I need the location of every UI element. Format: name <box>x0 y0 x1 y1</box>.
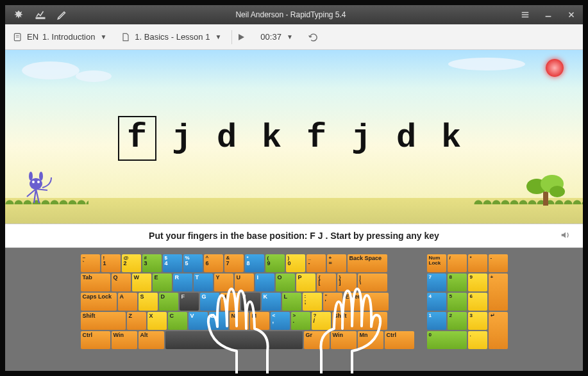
play-icon <box>236 32 246 42</box>
numpad-key-7[interactable]: 7 <box>427 274 446 291</box>
lesson-selector[interactable]: 1. Basics - Lesson 1 ▼ <box>117 30 225 44</box>
stats-icon[interactable] <box>35 9 46 20</box>
key-[interactable]: _- <box>307 254 326 272</box>
key-8[interactable]: *8 <box>245 254 264 272</box>
numpad-key-[interactable]: ↵ <box>489 312 508 349</box>
numpad-key-8[interactable]: 8 <box>448 274 467 291</box>
key-[interactable]: }] <box>337 274 357 291</box>
key-z[interactable]: Z <box>127 312 146 330</box>
key-7[interactable]: &7 <box>224 254 244 272</box>
key-shift[interactable]: Shift <box>332 312 387 330</box>
timer-selector[interactable]: 00:37 ▼ <box>256 30 296 44</box>
menu-button[interactable] <box>514 5 537 24</box>
key-4[interactable]: $4 <box>163 254 182 272</box>
key-alt[interactable]: Alt <box>139 331 164 349</box>
key-gr[interactable]: Gr <box>304 331 330 349</box>
sound-button[interactable] <box>560 229 571 243</box>
numpad-key-6[interactable]: 6 <box>468 293 487 311</box>
close-button[interactable] <box>560 5 583 24</box>
typing-char: d <box>387 116 426 161</box>
numpad-key-[interactable]: / <box>448 254 467 272</box>
numpad-key-[interactable]: * <box>468 254 487 272</box>
key-win[interactable]: Win <box>331 331 357 349</box>
key-enter[interactable]: Enter <box>344 293 389 311</box>
key-[interactable]: :; <box>303 293 322 311</box>
typing-area[interactable]: fjdkfjdk <box>5 50 583 224</box>
key-win[interactable]: Win <box>112 331 137 349</box>
key-3[interactable]: #3 <box>142 254 162 272</box>
key-c[interactable]: C <box>168 312 187 330</box>
key-d[interactable]: D <box>159 293 178 311</box>
key-shift[interactable]: Shift <box>81 312 126 330</box>
key-mn[interactable]: Mn <box>358 331 383 349</box>
key-6[interactable]: ^6 <box>204 254 223 272</box>
edit-icon[interactable] <box>56 9 68 20</box>
key-p[interactable]: P <box>296 274 315 291</box>
typing-char: k <box>253 116 291 161</box>
key-q[interactable]: Q <box>112 274 131 291</box>
numpad-key-[interactable]: . <box>468 331 487 349</box>
key-w[interactable]: W <box>132 274 151 291</box>
key-tab[interactable]: Tab <box>81 274 110 291</box>
app-logo-icon[interactable] <box>13 9 24 20</box>
key-[interactable]: {[ <box>317 274 336 291</box>
key-backspace[interactable]: Back Space <box>348 254 387 272</box>
numpad-key-0[interactable]: 0 <box>427 331 467 349</box>
course-selector[interactable]: EN 1. Introduction ▼ <box>9 30 110 44</box>
undo-button[interactable] <box>303 30 321 44</box>
lang-label: EN <box>27 32 38 42</box>
key-f[interactable]: F <box>180 293 199 311</box>
play-button[interactable] <box>231 30 250 44</box>
key-[interactable]: "' <box>323 293 342 311</box>
minimize-button[interactable] <box>537 5 560 24</box>
key-m[interactable]: M <box>250 312 269 330</box>
key-k[interactable]: K <box>262 293 281 311</box>
key-a[interactable]: A <box>118 293 137 311</box>
numpad-key-1[interactable]: 1 <box>427 312 446 330</box>
key-y[interactable]: Y <box>214 274 233 291</box>
key-1[interactable]: !1 <box>101 254 121 272</box>
key-n[interactable]: N <box>230 312 249 330</box>
key-capslock[interactable]: Caps Lock <box>81 293 117 311</box>
key-l[interactable]: L <box>282 293 301 311</box>
key-9[interactable]: (9 <box>265 254 285 272</box>
key-ctrl[interactable]: Ctrl <box>385 331 414 349</box>
key-[interactable]: <, <box>271 312 290 330</box>
numpad-key-numlock[interactable]: Num Lock <box>427 254 446 272</box>
key-[interactable]: >. <box>291 312 310 330</box>
key-0[interactable]: )0 <box>286 254 305 272</box>
key-g[interactable]: G <box>200 293 219 311</box>
key-[interactable]: += <box>327 254 346 272</box>
numpad-key-9[interactable]: 9 <box>468 274 487 291</box>
key-s[interactable]: S <box>139 293 158 311</box>
key-[interactable]: ?/ <box>312 312 331 330</box>
key-5[interactable]: %5 <box>183 254 203 272</box>
numpad-key-3[interactable]: 3 <box>468 312 487 330</box>
key-i[interactable]: I <box>255 274 274 291</box>
typing-char: j <box>163 116 201 161</box>
key-[interactable]: |\ <box>358 274 387 291</box>
key-o[interactable]: O <box>276 274 295 291</box>
key-v[interactable]: V <box>189 312 208 330</box>
numpad-key-2[interactable]: 2 <box>448 312 467 330</box>
key-u[interactable]: U <box>235 274 254 291</box>
key-j[interactable]: J <box>241 293 260 311</box>
numpad-key-[interactable]: + <box>489 274 508 311</box>
svg-point-6 <box>37 181 40 183</box>
numpad-key-4[interactable]: 4 <box>427 293 446 311</box>
key-b[interactable]: B <box>209 312 228 330</box>
numpad-key-5[interactable]: 5 <box>448 293 467 311</box>
key-space[interactable] <box>165 331 303 349</box>
key-e[interactable]: E <box>153 274 172 291</box>
svg-point-7 <box>29 172 33 181</box>
numpad-key-[interactable]: - <box>489 254 508 272</box>
key-x[interactable]: X <box>147 312 167 330</box>
key-[interactable]: ~` <box>81 254 100 272</box>
key-2[interactable]: @2 <box>122 254 141 272</box>
key-t[interactable]: T <box>194 274 213 291</box>
undo-icon <box>307 32 317 42</box>
key-r[interactable]: R <box>173 274 192 291</box>
key-h[interactable]: H <box>221 293 240 311</box>
key-ctrl[interactable]: Ctrl <box>81 331 110 349</box>
book-icon <box>13 32 23 42</box>
